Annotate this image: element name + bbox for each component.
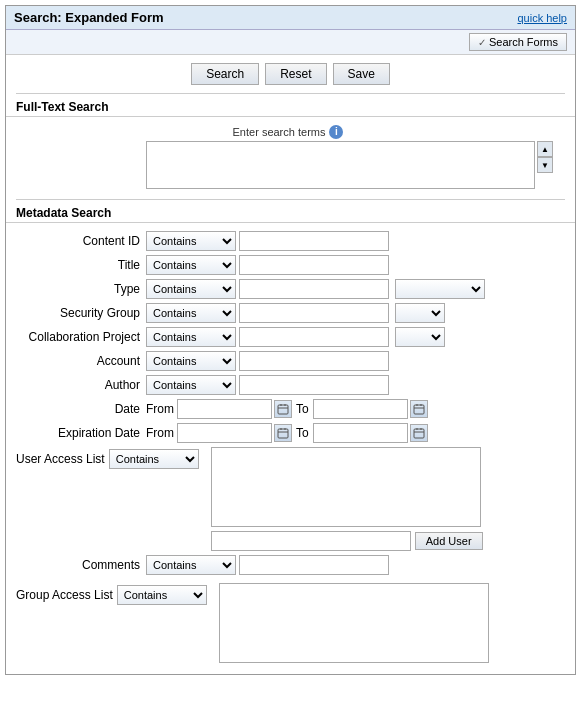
user-access-right: Add User [211, 447, 483, 551]
form-row-collab-project: Collaboration Project ContainsStarts Wit… [16, 327, 565, 347]
label-expiration-date: Expiration Date [16, 426, 146, 440]
metadata-section: Content ID ContainsStarts WithEnds WithE… [6, 227, 575, 674]
date-to-input[interactable] [313, 399, 408, 419]
select-content-id[interactable]: ContainsStarts WithEnds WithEquals [146, 231, 236, 251]
main-container: Search: Expanded Form quick help ✓ Searc… [5, 5, 576, 675]
search-forms-label: Search Forms [489, 36, 558, 48]
form-row-type: Type ContainsStarts WithEnds WithEquals [16, 279, 565, 299]
action-buttons: Search Reset Save [6, 55, 575, 91]
input-comments[interactable] [239, 555, 389, 575]
form-row-security-group: Security Group ContainsStarts WithEnds W… [16, 303, 565, 323]
input-content-id[interactable] [239, 231, 389, 251]
select-author[interactable]: ContainsStarts WithEnds WithEquals [146, 375, 236, 395]
expdate-to-input[interactable] [313, 423, 408, 443]
expdate-from-calendar-icon[interactable] [274, 424, 292, 442]
divider-2 [16, 199, 565, 200]
select-group-access-list[interactable]: ContainsStarts WithEnds WithEquals [117, 585, 207, 605]
expdate-from-input[interactable] [177, 423, 272, 443]
select-security-group[interactable]: ContainsStarts WithEnds WithEquals [146, 303, 236, 323]
divider-1 [16, 93, 565, 94]
form-row-date: Date From To [16, 399, 565, 419]
expdate-from-label: From [146, 426, 174, 440]
svg-rect-8 [278, 429, 288, 438]
reset-button[interactable]: Reset [265, 63, 326, 85]
group-access-label-col: Group Access List ContainsStarts WithEnd… [16, 583, 213, 605]
scroll-arrows: ▲ ▼ [537, 141, 553, 173]
date-from-input[interactable] [177, 399, 272, 419]
user-access-section: User Access List ContainsStarts WithEnds… [16, 447, 565, 551]
scroll-down-icon[interactable]: ▼ [537, 157, 553, 173]
date-to-label: To [296, 402, 309, 416]
select-account[interactable]: ContainsStarts WithEnds WithEquals [146, 351, 236, 371]
select-security-group-right[interactable] [395, 303, 445, 323]
input-collab-project[interactable] [239, 327, 389, 347]
form-row-comments: Comments ContainsStarts WithEnds WithEqu… [16, 555, 565, 575]
search-button[interactable]: Search [191, 63, 259, 85]
date-to-calendar-icon[interactable] [410, 400, 428, 418]
quick-help-link[interactable]: quick help [517, 12, 567, 24]
label-title: Title [16, 258, 146, 272]
select-type-right[interactable] [395, 279, 485, 299]
group-list-textarea[interactable] [219, 583, 489, 663]
svg-rect-12 [414, 429, 424, 438]
select-collab-project[interactable]: ContainsStarts WithEnds WithEquals [146, 327, 236, 347]
add-user-button[interactable]: Add User [415, 532, 483, 550]
title-bar: Search: Expanded Form quick help [6, 6, 575, 30]
fulltext-textarea[interactable] [146, 141, 535, 189]
select-title[interactable]: ContainsStarts WithEnds WithEquals [146, 255, 236, 275]
search-forms-bar: ✓ Search Forms [6, 30, 575, 55]
select-collab-project-right[interactable] [395, 327, 445, 347]
label-author: Author [16, 378, 146, 392]
user-access-label-col: User Access List ContainsStarts WithEnds… [16, 447, 205, 469]
expdate-to-calendar-icon[interactable] [410, 424, 428, 442]
select-comments[interactable]: ContainsStarts WithEnds WithEquals [146, 555, 236, 575]
fulltext-label-text: Enter search terms [233, 126, 326, 138]
label-type: Type [16, 282, 146, 296]
select-type[interactable]: ContainsStarts WithEnds WithEquals [146, 279, 236, 299]
search-forms-button[interactable]: ✓ Search Forms [469, 33, 567, 51]
metadata-section-header: Metadata Search [6, 202, 575, 223]
form-row-content-id: Content ID ContainsStarts WithEnds WithE… [16, 231, 565, 251]
form-row-account: Account ContainsStarts WithEnds WithEqua… [16, 351, 565, 371]
select-user-access-list[interactable]: ContainsStarts WithEnds WithEquals [109, 449, 199, 469]
fulltext-section: Enter search terms i ▲ ▼ [6, 121, 575, 197]
expdate-to-label: To [296, 426, 309, 440]
form-row-author: Author ContainsStarts WithEnds WithEqual… [16, 375, 565, 395]
input-title[interactable] [239, 255, 389, 275]
group-access-section: Group Access List ContainsStarts WithEnd… [16, 583, 565, 666]
input-type[interactable] [239, 279, 389, 299]
date-from-label: From [146, 402, 174, 416]
user-add-row: Add User [211, 531, 483, 551]
fulltext-input-wrap: ▲ ▼ [146, 141, 535, 189]
fulltext-section-header: Full-Text Search [6, 96, 575, 117]
label-user-access-list: User Access List [16, 452, 105, 466]
date-from-calendar-icon[interactable] [274, 400, 292, 418]
svg-rect-4 [414, 405, 424, 414]
label-content-id: Content ID [16, 234, 146, 248]
save-button[interactable]: Save [333, 63, 390, 85]
input-security-group[interactable] [239, 303, 389, 323]
scroll-up-icon[interactable]: ▲ [537, 141, 553, 157]
group-access-right [219, 583, 489, 666]
search-forms-arrow-icon: ✓ [478, 37, 486, 48]
page-title: Search: Expanded Form [14, 10, 164, 25]
svg-rect-0 [278, 405, 288, 414]
label-account: Account [16, 354, 146, 368]
form-row-expiration-date: Expiration Date From To [16, 423, 565, 443]
fulltext-label-row: Enter search terms i [16, 125, 565, 139]
label-date: Date [16, 402, 146, 416]
form-row-title: Title ContainsStarts WithEnds WithEquals [16, 255, 565, 275]
label-group-access-list: Group Access List [16, 588, 113, 602]
input-author[interactable] [239, 375, 389, 395]
label-security-group: Security Group [16, 306, 146, 320]
info-icon[interactable]: i [329, 125, 343, 139]
input-account[interactable] [239, 351, 389, 371]
user-add-input[interactable] [211, 531, 411, 551]
label-collab-project: Collaboration Project [16, 330, 146, 344]
label-comments: Comments [16, 558, 146, 572]
user-list-textarea[interactable] [211, 447, 481, 527]
